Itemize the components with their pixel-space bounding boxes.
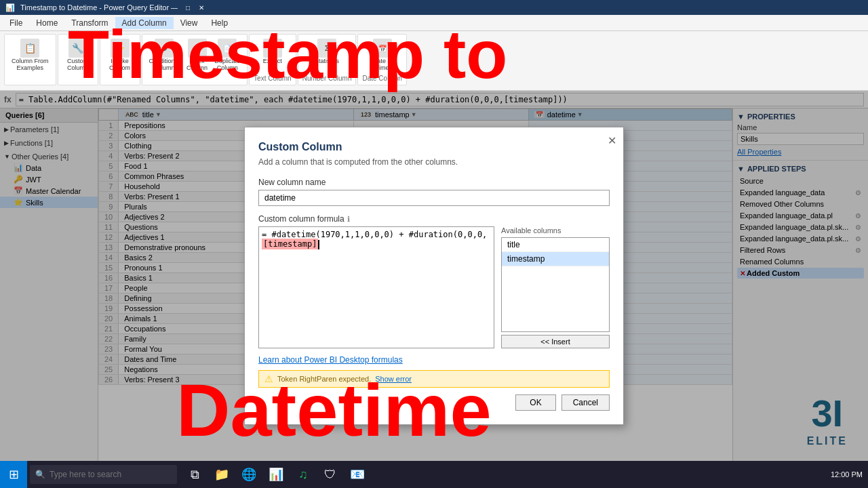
taskbar: ⊞ 🔍 ⧉ 📁 🌐 📊 ♫ 🛡 📧 12:00 PM (0, 461, 868, 488)
index-icon: # (188, 39, 207, 58)
learn-link[interactable]: Learn about Power BI Desktop formulas (258, 355, 610, 365)
col-item-title[interactable]: title (502, 238, 609, 252)
statistics-btn[interactable]: Σ Statistics (312, 37, 342, 66)
ribbon: 📋 Column FromExamples 🔧 CustomColumn ⚡ I… (0, 31, 868, 91)
menu-file[interactable]: File (3, 17, 29, 29)
ribbon-group-column-examples: 📋 Column FromExamples (4, 34, 56, 85)
task-view-icon[interactable]: ⧉ (182, 462, 207, 487)
column-examples-icon: 📋 (20, 39, 39, 58)
insert-button[interactable]: << Insert (501, 335, 610, 348)
title-bar-title: Timestamp to Datetime - Power Query Edit… (20, 3, 169, 12)
warning-icon: ⚠ (264, 373, 273, 384)
show-error-link[interactable]: Show error (375, 375, 412, 383)
taskbar-search-input[interactable] (50, 465, 172, 484)
custom-column-btn[interactable]: 🔧 CustomColumn (64, 37, 92, 73)
duplicate-icon: 📄 (218, 39, 237, 58)
window-controls: — □ ✕ (169, 3, 207, 12)
custom-column-dialog: ✕ Custom Column Add a column that is com… (244, 127, 624, 425)
spotify-icon[interactable]: ♫ (291, 462, 315, 487)
title-bar: 📊 Timestamp to Datetime - Power Query Ed… (0, 0, 868, 15)
app-icon-6[interactable]: 🛡 (318, 462, 342, 487)
columns-list: title timestamp (501, 237, 610, 332)
extract-btn[interactable]: Ax Extract (259, 37, 286, 66)
dialog-subtitle: Add a column that is computed from the o… (258, 157, 610, 167)
dialog-buttons: OK Cancel (258, 394, 610, 411)
conditional-column-btn[interactable]: ⚙ ConditionalColumn (146, 37, 182, 73)
menu-transform[interactable]: Transform (64, 17, 115, 29)
new-column-name-label: New column name (258, 178, 610, 187)
browser-icon[interactable]: 🌐 (237, 462, 261, 487)
formula-text: = #datetime(1970,1,1,0,0,0) + #duration(… (262, 230, 491, 249)
formula-label-row: Custom column formula ℹ (258, 214, 610, 224)
minimize-button[interactable]: — (169, 3, 180, 12)
ribbon-group-general: ⚙ ConditionalColumn # IndexColumn 📄 Dupl… (142, 34, 248, 85)
error-message: Token RightParen expected. (277, 375, 371, 383)
available-cols-title: Available columns (501, 226, 610, 235)
taskbar-icons: ⧉ 📁 🌐 📊 ♫ 🛡 📧 (182, 462, 370, 487)
dialog-overlay: ✕ Custom Column Add a column that is com… (0, 91, 868, 461)
cursor-icon (318, 240, 319, 249)
dialog-close-btn[interactable]: ✕ (608, 134, 616, 147)
start-button[interactable]: ⊞ (0, 461, 27, 488)
menu-view[interactable]: View (174, 17, 205, 29)
taskbar-time: 12:00 PM (831, 470, 863, 479)
maximize-button[interactable]: □ (182, 3, 193, 12)
formula-editor[interactable]: = #datetime(1970,1,1,0,0,0) + #duration(… (258, 226, 494, 348)
conditional-icon: ⚙ (155, 39, 174, 58)
formula-label-text: Custom column formula (258, 214, 344, 224)
ribbon-row-general: ⚙ ConditionalColumn # IndexColumn 📄 Dupl… (146, 37, 243, 73)
available-columns: Available columns title timestamp << Ins… (501, 226, 610, 348)
ribbon-group-invoke: ⚡ InvokeCustom (100, 34, 140, 85)
powerbi-icon[interactable]: 📊 (264, 462, 288, 487)
invoke-custom-btn[interactable]: ⚡ InvokeCustom (106, 37, 134, 73)
date-btn[interactable]: 📅 Date &Time (369, 37, 396, 73)
search-icon: 🔍 (35, 470, 45, 479)
menu-home[interactable]: Home (29, 17, 64, 29)
extract-icon: Ax (263, 39, 282, 58)
ribbon-group-custom: 🔧 CustomColumn (58, 34, 98, 85)
ok-button[interactable]: OK (515, 394, 555, 411)
duplicate-column-btn[interactable]: 📄 DuplicateColumn (212, 37, 243, 73)
formula-info-icon[interactable]: ℹ (347, 215, 350, 224)
ribbon-group-text: Ax Extract Text Column (249, 34, 296, 85)
col-item-timestamp[interactable]: timestamp (502, 252, 609, 266)
menu-add-column[interactable]: Add Column (115, 17, 174, 29)
menu-bar: File Home Transform Add Column View Help (0, 15, 868, 31)
statistics-icon: Σ (317, 39, 336, 58)
column-from-examples-btn[interactable]: 📋 Column FromExamples (9, 37, 52, 73)
date-icon: 📅 (373, 39, 392, 58)
taskbar-right: 12:00 PM (831, 470, 868, 479)
menu-help[interactable]: Help (204, 17, 235, 29)
cancel-button[interactable]: Cancel (561, 394, 610, 411)
custom-column-icon: 🔧 (68, 39, 87, 58)
ribbon-group-number: Σ Statistics Number Column (298, 34, 357, 85)
invoke-icon: ⚡ (111, 39, 130, 58)
ribbon-group-date: 📅 Date &Time Date Column (357, 34, 406, 85)
index-column-btn[interactable]: # IndexColumn (184, 37, 211, 73)
formula-area: = #datetime(1970,1,1,0,0,0) + #duration(… (258, 226, 610, 348)
app-icon: 📊 (5, 3, 15, 12)
app-icon-7[interactable]: 📧 (345, 462, 370, 487)
error-bar: ⚠ Token RightParen expected. Show error (258, 370, 610, 388)
file-explorer-icon[interactable]: 📁 (210, 462, 234, 487)
new-column-name-input[interactable] (258, 190, 610, 206)
close-button[interactable]: ✕ (196, 3, 207, 12)
dialog-title: Custom Column (258, 141, 610, 153)
